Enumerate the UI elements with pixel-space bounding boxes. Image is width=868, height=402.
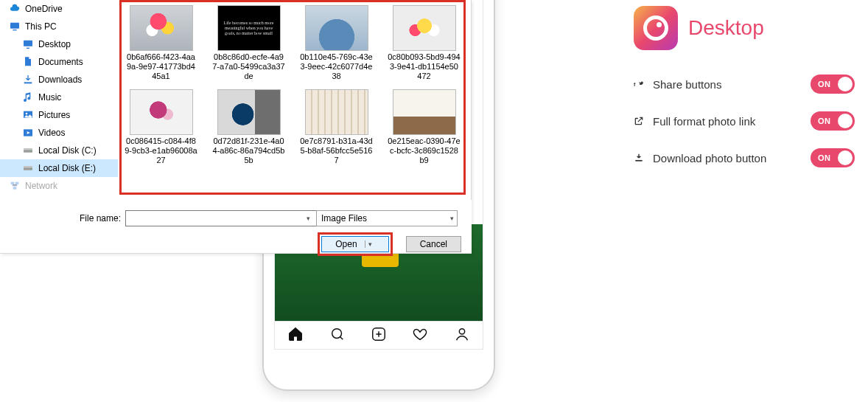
svg-rect-18 — [13, 187, 17, 189]
file-grid: 0b6af666-f423-4aa9a-9e97-41773bd445a1Lif… — [125, 5, 461, 166]
file-item[interactable]: 0e215eac-0390-47ec-bcfc-3c869c1528b9 — [388, 89, 461, 166]
svg-point-0 — [332, 329, 341, 339]
thispc-icon — [9, 21, 21, 32]
desktop-icon — [22, 38, 34, 50]
toggle-switch[interactable]: ON — [811, 148, 855, 167]
home-icon[interactable] — [287, 326, 304, 344]
file-thumbnail — [305, 89, 368, 135]
open-split-icon[interactable]: ▾ — [365, 240, 375, 248]
toggle-switch[interactable]: ON — [811, 111, 855, 131]
option-row: fShare buttonsON — [634, 69, 855, 99]
tree-item-label: Music — [38, 92, 61, 103]
file-item[interactable]: 0e7c8791-b31a-43d5-b8af-56bfcc5e5167 — [300, 89, 373, 166]
disk-icon — [22, 145, 34, 156]
downloads-icon — [22, 74, 34, 86]
extension-panel: Desktop fShare buttonsONFull format phot… — [634, 6, 855, 180]
add-icon[interactable] — [371, 326, 387, 344]
file-thumbnail — [130, 5, 193, 51]
filename-dropdown-icon[interactable]: ▾ — [307, 215, 310, 222]
tree-item-label: Local Disk (E:) — [38, 163, 96, 173]
file-item[interactable]: 0c086415-c084-4f89-9cb3-e1ab96008a27 — [125, 89, 197, 166]
file-thumbnail — [393, 5, 456, 51]
tree-item-label: This PC — [25, 21, 57, 32]
filename-label: File name: — [0, 213, 125, 223]
tree-item-label: Documents — [38, 57, 83, 67]
option-row: Full format photo linkON — [634, 106, 855, 136]
file-grid-highlight: 0b6af666-f423-4aa9a-9e97-41773bd445a1Lif… — [119, 0, 466, 195]
search-icon[interactable] — [329, 326, 346, 344]
tree-item-music[interactable]: Music — [0, 89, 118, 106]
tree-item-downloads[interactable]: Downloads — [0, 71, 118, 89]
open-button-highlight: Open ▾ — [318, 232, 392, 256]
file-name: 0c086415-c084-4f89-9cb3-e1ab96008a27 — [125, 136, 197, 166]
tree-item-label: Local Disk (C:) — [38, 145, 97, 156]
download-icon — [634, 153, 647, 163]
file-thumbnail — [130, 89, 193, 135]
heart-icon[interactable] — [412, 326, 428, 344]
file-thumbnail: Life becomes so much more meaningful whe… — [217, 5, 281, 51]
tree-item-label: Downloads — [38, 74, 82, 85]
svg-rect-14 — [24, 166, 32, 167]
file-open-dialog: OneDriveThis PCDesktopDocumentsDownloads… — [0, 0, 472, 254]
file-item[interactable]: 0b110e45-769c-43e3-9eec-42c6077d4e38 — [300, 5, 373, 82]
svg-text:f: f — [634, 82, 636, 87]
file-name: 0e215eac-0390-47ec-bcfc-3c869c1528b9 — [388, 136, 461, 166]
svg-rect-16 — [11, 182, 15, 184]
open-button[interactable]: Open ▾ — [321, 236, 388, 252]
svg-rect-4 — [13, 30, 16, 30]
svg-point-15 — [30, 168, 31, 169]
phone-tabbar — [275, 321, 483, 349]
svg-rect-3 — [10, 23, 19, 29]
filetype-label: Image Files — [321, 213, 367, 223]
tree-item-desktop[interactable]: Desktop — [0, 35, 118, 53]
svg-rect-11 — [24, 148, 32, 150]
svg-point-8 — [26, 113, 28, 115]
network-icon — [9, 180, 21, 192]
dialog-bottom: File name: ▾ Image Files ▾ Open ▾ Cancel — [0, 200, 472, 253]
tree-item-this-pc[interactable]: This PC — [0, 18, 118, 35]
tree-item-local-disk-e-[interactable]: Local Disk (E:) — [0, 159, 118, 177]
file-item[interactable]: Life becomes so much more meaningful whe… — [212, 5, 285, 82]
pictures-icon — [22, 109, 34, 121]
file-item[interactable]: 0c80b093-5bd9-4943-9e41-db1154e50472 — [388, 5, 461, 82]
videos-icon — [22, 127, 34, 139]
svg-point-12 — [30, 150, 31, 151]
option-label: Share buttons — [653, 78, 721, 91]
svg-rect-17 — [15, 182, 19, 184]
file-name: 0b8c86d0-ecfe-4a97-a7a0-5499ca3a37de — [212, 52, 285, 82]
file-name: 0e7c8791-b31a-43d5-b8af-56bfcc5e5167 — [300, 136, 373, 166]
tree-item-label: OneDrive — [25, 4, 63, 14]
disk-icon — [22, 162, 34, 174]
toggle-switch[interactable]: ON — [811, 74, 855, 94]
profile-icon[interactable] — [454, 326, 470, 344]
tree-item-onedrive[interactable]: OneDrive — [0, 0, 118, 18]
tree-item-network[interactable]: Network — [0, 177, 118, 195]
chevron-down-icon: ▾ — [450, 215, 454, 222]
cancel-button[interactable]: Cancel — [406, 236, 461, 252]
svg-rect-6 — [24, 82, 32, 83]
tree-item-local-disk-c-[interactable]: Local Disk (C:) — [0, 142, 118, 159]
option-label: Download photo button — [653, 152, 766, 164]
svg-rect-20 — [635, 160, 642, 162]
file-item[interactable]: 0b6af666-f423-4aa9a-9e97-41773bd445a1 — [125, 5, 197, 82]
nav-tree: OneDriveThis PCDesktopDocumentsDownloads… — [0, 0, 118, 203]
music-icon — [22, 91, 34, 103]
svg-point-2 — [459, 329, 464, 334]
file-name: 0c80b093-5bd9-4943-9e41-db1154e50472 — [388, 52, 461, 82]
file-thumbnail — [305, 5, 368, 51]
file-name: 0d72d81f-231e-4a04-a86c-86a794cd5b5b — [212, 136, 285, 166]
extension-title: Desktop — [688, 16, 764, 40]
tree-item-documents[interactable]: Documents — [0, 53, 118, 71]
file-thumbnail — [217, 89, 281, 135]
svg-rect-5 — [24, 41, 32, 46]
file-name: 0b6af666-f423-4aa9a-9e97-41773bd445a1 — [125, 52, 197, 82]
link-icon — [634, 116, 647, 126]
file-thumbnail — [393, 89, 456, 135]
tree-item-pictures[interactable]: Pictures — [0, 106, 118, 124]
filename-input[interactable] — [125, 210, 317, 226]
tree-item-videos[interactable]: Videos — [0, 124, 118, 142]
tree-item-label: Videos — [38, 128, 65, 138]
file-item[interactable]: 0d72d81f-231e-4a04-a86c-86a794cd5b5b — [212, 89, 285, 166]
file-name: 0b110e45-769c-43e3-9eec-42c6077d4e38 — [300, 52, 373, 82]
filetype-combo[interactable]: Image Files ▾ — [316, 210, 458, 226]
